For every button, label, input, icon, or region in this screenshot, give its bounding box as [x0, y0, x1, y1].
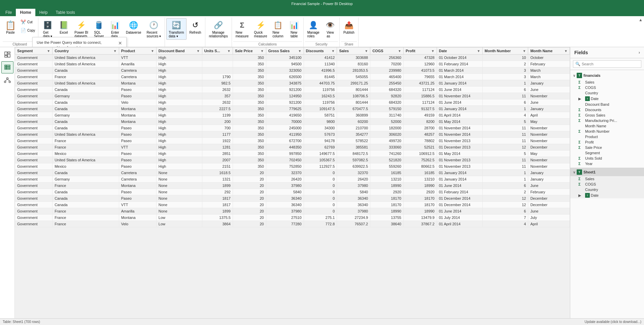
tooltip-close-button[interactable]: ✕ [118, 40, 122, 47]
field-item-month-name[interactable]: Month Name [570, 123, 644, 129]
filter-icon-month-number[interactable]: ▼ [522, 49, 526, 53]
ribbon-tabs: File Home Help Table tools [0, 7, 644, 16]
table-cell: 01 February 2014 [437, 61, 482, 67]
field-item-date[interactable]: ▶ T Date [570, 96, 644, 102]
field-item-country[interactable]: Country [570, 90, 644, 96]
table-cell: 01 November 2013 [437, 138, 482, 144]
recent-sources-button[interactable]: 🕐 Recentsources ▾ [144, 18, 164, 40]
svg-rect-0 [5, 52, 7, 55]
filter-icon-sale-price[interactable]: ▼ [261, 49, 264, 53]
tab-home[interactable]: Home [16, 9, 35, 16]
field-item-discount-band[interactable]: Discount Band [570, 102, 644, 107]
table-cell: 997850 [266, 151, 304, 157]
table-cell: Government [15, 189, 53, 195]
table-cell: VTT [119, 202, 156, 208]
field-item-product[interactable]: Product [570, 134, 644, 139]
quick-measure-button[interactable]: ⚡ Quickmeasure [252, 18, 270, 40]
sql-server-button[interactable]: 🛢️ SQLServer [91, 18, 107, 40]
tab-table-tools[interactable]: Table tools [52, 9, 79, 16]
filter-icon-product[interactable]: ▼ [151, 49, 154, 53]
field-item-profit[interactable]: Σ Profit [570, 139, 644, 145]
filter-icon-country[interactable]: ▼ [113, 49, 117, 53]
table-row: GovernmentGermanyPaseoHigh35735012495016… [15, 93, 570, 99]
field-item-cogs[interactable]: Σ COGS [570, 85, 644, 90]
table-cell: 350 [233, 74, 266, 80]
report-view-button[interactable] [1, 48, 13, 61]
fields-expand-icon[interactable]: › [639, 50, 640, 55]
field-item-s1-country[interactable]: Country [570, 187, 644, 192]
enter-data-button[interactable]: 📊 Enterdata [107, 18, 123, 40]
transform-data-button[interactable]: 🔄 Transformdata ▾ [166, 18, 186, 40]
filter-icon-units-sold[interactable]: ▼ [227, 49, 231, 53]
table-cell: 350 [233, 125, 266, 131]
table-cell: Paseo [119, 87, 156, 93]
new-table-button[interactable]: 📊 Newtable [286, 18, 302, 40]
filter-icon-gross-sales[interactable]: ▼ [298, 49, 302, 53]
field-item-discounts[interactable]: Σ Discounts [570, 107, 644, 112]
power-bi-datasets-button[interactable]: ⚡ Power BIdatasets [72, 18, 91, 40]
tab-file[interactable]: File [1, 9, 16, 16]
title-bar: Financial Sample - Power BI Desktop [0, 0, 644, 7]
table-cell: 109147.5 [304, 106, 337, 112]
filter-icon-discounts[interactable]: ▼ [331, 49, 335, 53]
table-row: GovernmentGermanyMontanaHigh119935041965… [15, 112, 570, 119]
copy-button[interactable]: 📄Copy [19, 27, 37, 34]
table-cell: 106912.5 [403, 151, 437, 157]
table-cell: 292 [202, 189, 233, 195]
table-cell: Carretera [119, 176, 156, 183]
field-item-units-sold[interactable]: Σ Units Sold [570, 156, 644, 161]
table-cell: Paseo [119, 151, 156, 157]
table-cell: High [156, 138, 202, 144]
filter-icon-profit[interactable]: ▼ [431, 49, 435, 53]
field-item-sales[interactable]: Σ Sales [570, 79, 644, 85]
field-item-sale-price[interactable]: Σ Sale Price [570, 145, 644, 150]
field-item-year[interactable]: Σ Year [570, 161, 644, 166]
filter-icon-month-name[interactable]: ▼ [564, 49, 568, 53]
field-item-segment[interactable]: Segment [570, 150, 644, 156]
refresh-button[interactable]: ↺ Refresh [187, 18, 204, 36]
field-item-s1-cogs[interactable]: Σ COGS [570, 182, 644, 187]
tab-help[interactable]: Help [35, 9, 52, 16]
manage-roles-button[interactable]: 👤 Manageroles [305, 18, 322, 40]
filter-icon-segment[interactable]: ▼ [47, 49, 50, 53]
field-item-gross-sales[interactable]: Σ Gross Sales [570, 112, 644, 118]
table-cell: Government [15, 163, 53, 170]
field-group-financials-header[interactable]: ∨ T financials [570, 71, 644, 79]
field-item-s1-date[interactable]: ▶ T Date [570, 192, 644, 198]
table-row: GovernmentCanadaMontanaHigh2003507000098… [15, 119, 570, 125]
expand-sheet1-icon: ∨ [573, 170, 575, 174]
excel-button[interactable]: 📗 Excel [56, 18, 71, 36]
table-cell: 6 [482, 208, 528, 215]
table-cell: Paseo [119, 157, 156, 163]
svg-point-8 [6, 78, 8, 79]
table-cell: 0 [304, 202, 337, 208]
field-item-s1-sales[interactable]: Σ Sales [570, 176, 644, 182]
get-data-button[interactable]: 🗄️ Getdata ▾ [40, 18, 55, 40]
filter-icon-date[interactable]: ▼ [477, 49, 480, 53]
field-item-month-number[interactable]: Σ Month Number [570, 129, 644, 134]
table-cell: 1281 [202, 144, 233, 151]
data-view-button[interactable] [1, 61, 13, 73]
table-cell: 01 March 2014 [437, 67, 482, 74]
field-item-manufacturing-pri[interactable]: Σ Manufacturing Pri... [570, 118, 644, 123]
manage-relationships-button[interactable]: 🔗 Managerelationships [207, 18, 230, 40]
table-container[interactable]: Segment▼ Country▼ Product▼ [15, 47, 570, 318]
table-cell: 752850 [266, 163, 304, 170]
new-column-button[interactable]: 📋 Newcolumn [270, 18, 286, 40]
filter-icon-cogs[interactable]: ▼ [398, 49, 401, 53]
table-row: GovernmentMexicoPaseoHigh215135075285011… [15, 163, 570, 170]
publish-button[interactable]: 📤 Publish [341, 18, 357, 36]
view-as-button[interactable]: 👁️ Viewas [323, 18, 338, 40]
filter-icon-discount-band[interactable]: ▼ [197, 49, 200, 53]
filter-icon-sales[interactable]: ▼ [365, 49, 368, 53]
table-cell: 6 [482, 87, 528, 93]
model-view-button[interactable] [1, 74, 13, 86]
field-group-sheet1-header[interactable]: ∨ T Sheet1 [570, 168, 644, 176]
cut-button[interactable]: ✂️Cut [19, 18, 37, 26]
paste-button[interactable]: 📋 Paste [3, 18, 18, 36]
new-measure-button[interactable]: Σ Newmeasure [233, 18, 251, 40]
fields-search-input[interactable] [582, 62, 639, 66]
dataverse-button[interactable]: 🌐 Dataverse [124, 18, 144, 36]
collapse-ribbon-button[interactable]: ▲ [639, 18, 643, 22]
ribbon-group-share: 📤 Publish Share [340, 18, 359, 47]
